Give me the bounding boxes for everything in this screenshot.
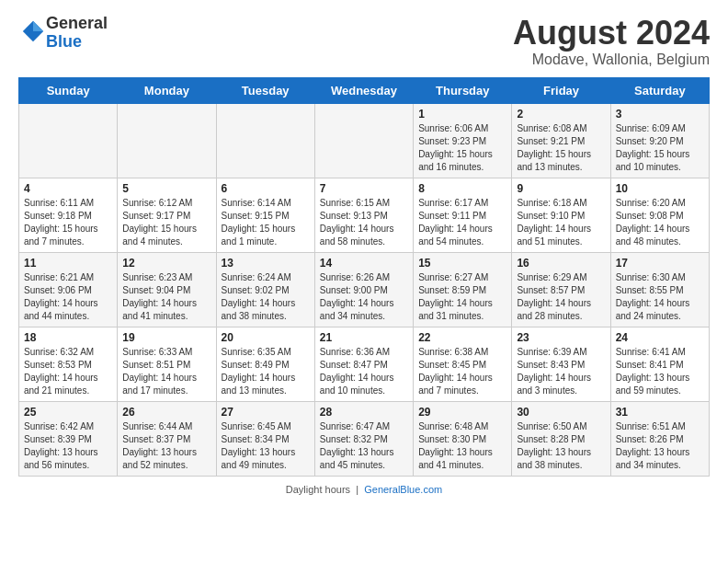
calendar-cell: 7Sunrise: 6:15 AM Sunset: 9:13 PM Daylig…: [314, 178, 413, 252]
day-number: 28: [320, 406, 408, 419]
week-row-2: 11Sunrise: 6:21 AM Sunset: 9:06 PM Dayli…: [19, 252, 710, 327]
logo: General Blue: [18, 15, 108, 52]
cell-info: Sunrise: 6:50 AM Sunset: 8:28 PM Dayligh…: [517, 420, 605, 472]
calendar-cell: 2Sunrise: 6:08 AM Sunset: 9:21 PM Daylig…: [512, 103, 610, 178]
calendar-cell: 16Sunrise: 6:29 AM Sunset: 8:57 PM Dayli…: [512, 252, 610, 327]
day-number: 7: [320, 182, 408, 195]
calendar-cell: 10Sunrise: 6:20 AM Sunset: 9:08 PM Dayli…: [610, 178, 709, 252]
calendar-cell: [314, 103, 413, 178]
cell-info: Sunrise: 6:41 AM Sunset: 8:41 PM Dayligh…: [616, 346, 704, 397]
day-number: 9: [517, 182, 605, 195]
calendar-cell: 25Sunrise: 6:42 AM Sunset: 8:39 PM Dayli…: [19, 401, 118, 476]
calendar-cell: 5Sunrise: 6:12 AM Sunset: 9:17 PM Daylig…: [118, 178, 216, 252]
header-thursday: Thursday: [414, 77, 512, 103]
calendar-cell: 11Sunrise: 6:21 AM Sunset: 9:06 PM Dayli…: [19, 252, 118, 327]
logo-text: General Blue: [46, 15, 108, 52]
day-number: 1: [418, 108, 506, 121]
cell-info: Sunrise: 6:39 AM Sunset: 8:43 PM Dayligh…: [517, 346, 605, 397]
calendar-cell: 18Sunrise: 6:32 AM Sunset: 8:53 PM Dayli…: [19, 327, 118, 401]
week-row-0: 1Sunrise: 6:06 AM Sunset: 9:23 PM Daylig…: [19, 103, 710, 178]
day-number: 6: [222, 182, 310, 195]
week-row-4: 25Sunrise: 6:42 AM Sunset: 8:39 PM Dayli…: [19, 401, 710, 476]
calendar-cell: [118, 103, 216, 178]
day-number: 31: [616, 406, 704, 419]
calendar-cell: 21Sunrise: 6:36 AM Sunset: 8:47 PM Dayli…: [314, 327, 413, 401]
calendar-cell: 22Sunrise: 6:38 AM Sunset: 8:45 PM Dayli…: [414, 327, 512, 401]
cell-info: Sunrise: 6:33 AM Sunset: 8:51 PM Dayligh…: [122, 346, 210, 397]
day-number: 3: [616, 108, 704, 121]
cell-info: Sunrise: 6:14 AM Sunset: 9:15 PM Dayligh…: [222, 197, 310, 248]
cell-info: Sunrise: 6:26 AM Sunset: 9:00 PM Dayligh…: [320, 271, 408, 323]
calendar-cell: 24Sunrise: 6:41 AM Sunset: 8:41 PM Dayli…: [610, 327, 709, 401]
calendar-cell: 8Sunrise: 6:17 AM Sunset: 9:11 PM Daylig…: [414, 178, 512, 252]
title-block: August 2024 Modave, Wallonia, Belgium: [513, 15, 710, 68]
logo-blue: Blue: [46, 32, 82, 51]
header-wednesday: Wednesday: [314, 77, 413, 103]
calendar-cell: 9Sunrise: 6:18 AM Sunset: 9:10 PM Daylig…: [512, 178, 610, 252]
cell-info: Sunrise: 6:06 AM Sunset: 9:23 PM Dayligh…: [418, 122, 506, 174]
calendar-cell: 15Sunrise: 6:27 AM Sunset: 8:59 PM Dayli…: [414, 252, 512, 327]
logo-general: General: [46, 14, 108, 32]
header-tuesday: Tuesday: [216, 77, 314, 103]
calendar-cell: 13Sunrise: 6:24 AM Sunset: 9:02 PM Dayli…: [216, 252, 314, 327]
cell-info: Sunrise: 6:36 AM Sunset: 8:47 PM Dayligh…: [320, 346, 408, 397]
day-number: 15: [418, 257, 506, 270]
calendar-cell: 20Sunrise: 6:35 AM Sunset: 8:49 PM Dayli…: [216, 327, 314, 401]
cell-info: Sunrise: 6:44 AM Sunset: 8:37 PM Dayligh…: [122, 420, 210, 472]
day-number: 20: [222, 331, 310, 344]
cell-info: Sunrise: 6:20 AM Sunset: 9:08 PM Dayligh…: [616, 197, 704, 248]
cell-info: Sunrise: 6:51 AM Sunset: 8:26 PM Dayligh…: [616, 420, 704, 472]
day-number: 19: [122, 331, 210, 344]
day-number: 23: [517, 331, 605, 344]
day-number: 26: [122, 406, 210, 419]
calendar-cell: 17Sunrise: 6:30 AM Sunset: 8:55 PM Dayli…: [610, 252, 709, 327]
calendar-cell: 26Sunrise: 6:44 AM Sunset: 8:37 PM Dayli…: [118, 401, 216, 476]
calendar-cell: 28Sunrise: 6:47 AM Sunset: 8:32 PM Dayli…: [314, 401, 413, 476]
calendar-table: SundayMondayTuesdayWednesdayThursdayFrid…: [18, 77, 710, 477]
calendar-cell: [216, 103, 314, 178]
day-number: 8: [418, 182, 506, 195]
cell-info: Sunrise: 6:08 AM Sunset: 9:21 PM Dayligh…: [517, 122, 605, 174]
calendar-cell: 19Sunrise: 6:33 AM Sunset: 8:51 PM Dayli…: [118, 327, 216, 401]
cell-info: Sunrise: 6:35 AM Sunset: 8:49 PM Dayligh…: [222, 346, 310, 397]
cell-info: Sunrise: 6:18 AM Sunset: 9:10 PM Dayligh…: [517, 197, 605, 248]
day-number: 22: [418, 331, 506, 344]
header-friday: Friday: [512, 77, 610, 103]
cell-info: Sunrise: 6:11 AM Sunset: 9:18 PM Dayligh…: [24, 197, 112, 248]
site-link: GeneralBlue.com: [364, 484, 442, 495]
calendar-cell: 23Sunrise: 6:39 AM Sunset: 8:43 PM Dayli…: [512, 327, 610, 401]
daylight-label: Daylight hours: [286, 484, 350, 495]
header-monday: Monday: [118, 77, 216, 103]
logo-icon: [20, 18, 46, 44]
day-number: 2: [517, 108, 605, 121]
cell-info: Sunrise: 6:32 AM Sunset: 8:53 PM Dayligh…: [24, 346, 112, 397]
day-number: 24: [616, 331, 704, 344]
cell-info: Sunrise: 6:47 AM Sunset: 8:32 PM Dayligh…: [320, 420, 408, 472]
main-title: August 2024: [513, 15, 710, 52]
day-number: 10: [616, 182, 704, 195]
footer: Daylight hours | GeneralBlue.com: [18, 484, 710, 495]
cell-info: Sunrise: 6:23 AM Sunset: 9:04 PM Dayligh…: [122, 271, 210, 323]
header-sunday: Sunday: [19, 77, 118, 103]
day-number: 29: [418, 406, 506, 419]
calendar-cell: 29Sunrise: 6:48 AM Sunset: 8:30 PM Dayli…: [414, 401, 512, 476]
day-number: 5: [122, 182, 210, 195]
day-number: 27: [222, 406, 310, 419]
header: General Blue August 2024 Modave, Walloni…: [18, 15, 710, 68]
calendar-cell: 4Sunrise: 6:11 AM Sunset: 9:18 PM Daylig…: [19, 178, 118, 252]
svg-marker-1: [33, 21, 43, 31]
day-number: 18: [24, 331, 112, 344]
calendar-cell: 14Sunrise: 6:26 AM Sunset: 9:00 PM Dayli…: [314, 252, 413, 327]
page: General Blue August 2024 Modave, Walloni…: [0, 0, 728, 510]
calendar-cell: 31Sunrise: 6:51 AM Sunset: 8:26 PM Dayli…: [610, 401, 709, 476]
day-number: 13: [222, 257, 310, 270]
week-row-3: 18Sunrise: 6:32 AM Sunset: 8:53 PM Dayli…: [19, 327, 710, 401]
day-number: 21: [320, 331, 408, 344]
cell-info: Sunrise: 6:30 AM Sunset: 8:55 PM Dayligh…: [616, 271, 704, 323]
subtitle: Modave, Wallonia, Belgium: [513, 52, 710, 68]
day-number: 14: [320, 257, 408, 270]
day-number: 17: [616, 257, 704, 270]
cell-info: Sunrise: 6:15 AM Sunset: 9:13 PM Dayligh…: [320, 197, 408, 248]
cell-info: Sunrise: 6:27 AM Sunset: 8:59 PM Dayligh…: [418, 271, 506, 323]
calendar-cell: 27Sunrise: 6:45 AM Sunset: 8:34 PM Dayli…: [216, 401, 314, 476]
